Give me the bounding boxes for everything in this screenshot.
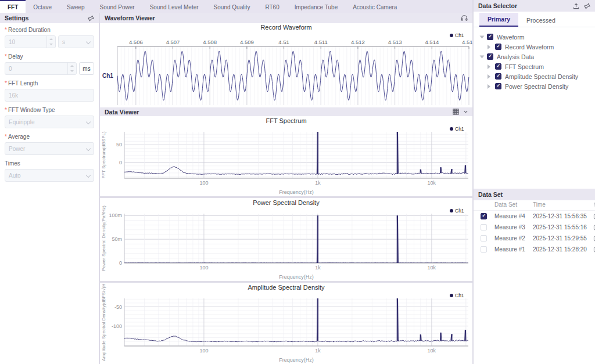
x-tick-label: 4.514 <box>425 39 439 45</box>
tree-item-record-waveform[interactable]: Record Waveform <box>477 42 595 52</box>
select-input[interactable]: Power <box>5 142 94 155</box>
row-time: 2025-12-31 15:56:35 <box>533 213 593 219</box>
tree-checkbox[interactable] <box>487 53 493 60</box>
caret-right-icon[interactable] <box>488 45 493 49</box>
field-fft-length: *FFT Length16k <box>5 80 94 102</box>
fft-spectrum-chart: FFT SpectrumCh15001001k10kFrequency(Hz)F… <box>100 116 472 196</box>
tree-item-amplitude-spectral-density[interactable]: Amplitude Spectral Density <box>477 71 595 81</box>
data-selector-header: Data Selector <box>474 0 595 12</box>
legend-dot <box>450 294 453 297</box>
select-value: Equiripple <box>9 119 34 125</box>
table-row[interactable]: Measure #22025-12-31 15:29:55 <box>474 233 595 244</box>
layout-grid-icon[interactable] <box>453 109 459 115</box>
tree-item-power-spectral-density[interactable]: Power Spectral Density <box>477 81 595 91</box>
tab-octave[interactable]: Octave <box>26 0 59 13</box>
y-tick-label: -50 <box>114 304 122 310</box>
tree-item-label: Amplitude Spectral Density <box>505 73 578 80</box>
stepper[interactable] <box>67 63 76 74</box>
y-tick-label: 50 <box>116 142 122 147</box>
row-checkbox-cell <box>479 246 494 253</box>
step-down-icon <box>49 44 53 47</box>
step-up[interactable] <box>47 36 55 42</box>
x-tick-label: 4.511 <box>314 39 328 45</box>
x-tick-label: 10k <box>428 180 436 186</box>
legend-label: Ch1 <box>455 33 464 38</box>
tree-item-waveform[interactable]: Waveform <box>477 32 595 42</box>
y-tick-label: -100 <box>112 323 122 329</box>
column-header-time: Time <box>533 201 593 208</box>
export-icon[interactable] <box>573 3 579 9</box>
x-tick-label: 4.506 <box>129 39 143 45</box>
headphones-icon[interactable] <box>461 15 468 21</box>
data-selector-title: Data Selector <box>478 2 517 9</box>
main-area: Waveform Viewer Record WaveformCh14.5064… <box>100 13 472 364</box>
text-input[interactable]: 16k <box>5 89 94 102</box>
tree-checkbox[interactable] <box>495 73 501 80</box>
pin-icon[interactable] <box>88 15 94 21</box>
tree-item-analysis-data[interactable]: Analysis Data <box>477 52 595 62</box>
number-input[interactable]: 10 <box>5 35 56 48</box>
column-header-data-set: Data Set <box>494 201 533 208</box>
table-row[interactable]: Measure #12025-12-31 15:28:20 <box>474 244 595 255</box>
tree-checkbox[interactable] <box>495 83 501 89</box>
row-checkbox[interactable] <box>481 235 487 242</box>
tab-sound-level-meter[interactable]: Sound Level Meter <box>142 0 206 13</box>
tab-sound-quality[interactable]: Sound Quality <box>206 0 258 13</box>
table-row[interactable]: Measure #32025-12-31 15:55:16 <box>474 222 595 233</box>
tree-item-fft-spectrum[interactable]: FFT Spectrum <box>477 62 595 71</box>
x-tick-label: 10k <box>428 265 436 271</box>
caret-down-icon[interactable] <box>480 55 485 60</box>
required-asterisk: * <box>5 107 7 113</box>
data-set-table: Data SetTimeMeasure #42025-12-31 15:56:3… <box>474 199 595 255</box>
input-value: 0 <box>9 66 12 72</box>
tree-checkbox[interactable] <box>495 44 501 50</box>
tab-primary[interactable]: Primary <box>479 13 518 27</box>
waveform-viewer-title: Waveform Viewer <box>105 15 155 21</box>
tab-sweep[interactable]: Sweep <box>59 0 92 13</box>
caret-right-icon[interactable] <box>488 84 493 89</box>
x-axis-label: Frequency(Hz) <box>279 357 314 363</box>
step-down[interactable] <box>68 69 76 74</box>
tab-impedance-tube[interactable]: Impedance Tube <box>287 0 346 13</box>
stepper[interactable] <box>46 36 55 48</box>
row-checkbox[interactable] <box>481 246 487 253</box>
tab-processed[interactable]: Processed <box>518 14 564 27</box>
waveform-viewer-header: Waveform Viewer <box>100 13 472 23</box>
tree-checkbox[interactable] <box>495 63 501 70</box>
x-axis-label: Frequency(Hz) <box>279 189 314 195</box>
analysis-mode-tabbar: FFTOctaveSweepSound PowerSound Level Met… <box>0 0 472 13</box>
record-waveform-svg: Record WaveformCh14.5064.5074.5084.5094.… <box>100 23 472 107</box>
tab-sound-power[interactable]: Sound Power <box>92 0 142 13</box>
x-tick-label: 4.515 <box>462 39 472 45</box>
number-input[interactable]: 0 <box>5 62 77 75</box>
chevron-down-icon <box>86 120 91 124</box>
x-tick-label: 100 <box>199 180 208 186</box>
step-up[interactable] <box>68 63 76 69</box>
tab-acoustic-camera[interactable]: Acoustic Camera <box>345 0 404 13</box>
tab-fft[interactable]: FFT <box>0 0 26 13</box>
select-input[interactable]: Equiripple <box>5 116 94 128</box>
table-row[interactable]: Measure #42025-12-31 15:56:35 <box>474 211 595 222</box>
field-controls: Equiripple <box>5 116 94 128</box>
caret-right-icon[interactable] <box>488 74 493 79</box>
step-down[interactable] <box>47 42 55 48</box>
field-controls: 16k <box>5 89 94 102</box>
row-checkbox[interactable] <box>481 213 487 219</box>
step-down-icon <box>70 70 74 74</box>
pin-icon[interactable] <box>584 3 590 9</box>
row-checkbox[interactable] <box>481 224 487 230</box>
caret-down-icon[interactable] <box>480 35 485 41</box>
tree-checkbox[interactable] <box>487 34 493 40</box>
chevron-down-icon[interactable] <box>464 110 468 114</box>
row-checkbox-cell <box>479 224 494 230</box>
step-up-icon <box>70 63 74 67</box>
required-asterisk: * <box>5 80 7 87</box>
input-value: 16k <box>9 92 18 99</box>
select-input[interactable]: s <box>58 35 94 48</box>
tab-rt60[interactable]: RT60 <box>257 0 286 13</box>
chart-title: Amplitude Spectral Density <box>248 284 325 291</box>
caret-right-icon[interactable] <box>488 64 493 69</box>
amplitude_spectral_density-svg: Amplitude Spectral DensityCh1-50-1001001… <box>100 283 472 364</box>
select-input[interactable]: Auto <box>5 169 94 182</box>
field-delay: *Delay0ms <box>5 53 94 75</box>
